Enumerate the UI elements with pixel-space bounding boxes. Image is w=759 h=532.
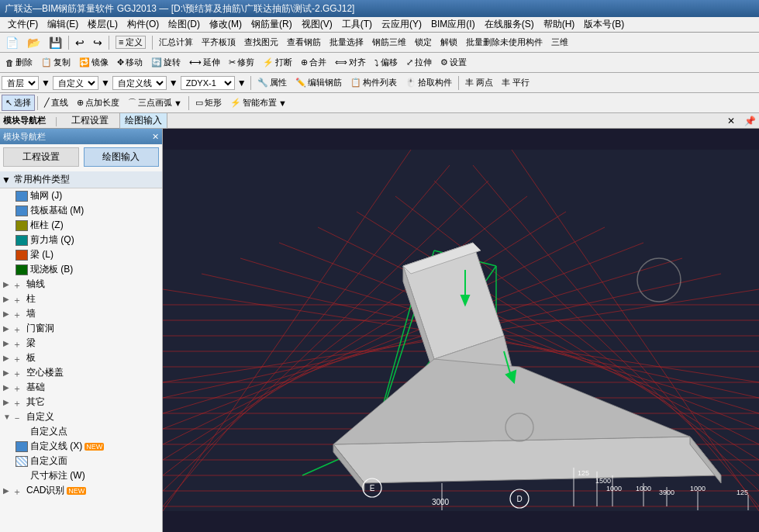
toolbar1-icon-btn[interactable]: ↪ [89, 34, 106, 51]
toolbar1-icon-btn[interactable]: 💾 [45, 34, 66, 51]
tree-icon-custom-line [16, 441, 28, 452]
menu-file[interactable]: 文件(F) [3, 17, 43, 32]
sidebar-item-axisline[interactable]: ▶＋轴线 [0, 277, 162, 292]
sidebar-item-door[interactable]: ▶＋门窗洞 [0, 321, 162, 336]
define-btn[interactable]: ≡ 定义 [112, 33, 150, 51]
sidebar-item-custom[interactable]: ▼－自定义 [0, 409, 162, 424]
point-length-btn[interactable]: ⊕ 点加长度 [73, 95, 123, 111]
delete-toolbar2-btn[interactable]: 🗑 删除 [2, 54, 36, 71]
tree-label-axis: 轴网 (J) [30, 189, 62, 202]
toolbar1-icon-btn[interactable]: 📂 [23, 34, 44, 51]
pick-component-btn[interactable]: 🖱️ 拾取构件 [402, 74, 456, 91]
toolbar1-icon-btn[interactable]: ↩ [71, 34, 88, 51]
menu-view[interactable]: 视图(V) [297, 17, 337, 32]
toolbar1-icon-btn[interactable]: 📄 [2, 34, 22, 51]
project-settings-btn[interactable]: 工程设置 [3, 147, 79, 167]
nav-close-btn[interactable]: ✕ [727, 116, 735, 126]
sidebar-item-dimension[interactable]: 尺寸标注 (W) [0, 468, 162, 483]
3d-view-btn[interactable]: 三维 [547, 34, 572, 50]
nav-project-settings[interactable]: 工程设置 [67, 113, 113, 128]
sidebar-item-raft[interactable]: 筏板基础 (M) [0, 203, 162, 218]
settings-toolbar2-btn[interactable]: ⚙ 设置 [436, 54, 471, 71]
sidebar-item-shear-wall[interactable]: 剪力墙 (Q) [0, 233, 162, 247]
sidebar-item-col2[interactable]: ▶＋柱 [0, 292, 162, 306]
parallel-btn[interactable]: 丰 平行 [498, 74, 533, 91]
sidebar-item-slab2[interactable]: ▶＋板 [0, 351, 162, 365]
align-btn[interactable]: 平齐板顶 [198, 34, 240, 50]
two-point-btn[interactable]: 丰 两点 [461, 74, 497, 91]
linetype-select[interactable]: 自定义线 [112, 76, 167, 90]
menu-cloud[interactable]: 云应用(Y) [377, 17, 426, 32]
sidebar-item-custom-point[interactable]: 自定义点 [0, 424, 162, 439]
sidebar-item-custom-line[interactable]: 自定义线 (X)NEW [0, 439, 162, 454]
copy-toolbar2-btn[interactable]: 📋 复制 [37, 54, 74, 71]
sidebar-item-cad[interactable]: ▶＋CAD识别NEW [0, 483, 162, 498]
nav-drawing-input[interactable]: 绘图输入 [119, 112, 167, 129]
unlock-btn[interactable]: 解锁 [436, 34, 461, 50]
sidebar-item-beam[interactable]: 梁 (L) [0, 247, 162, 262]
stretch-toolbar2-btn[interactable]: ⤢ 拉伸 [402, 54, 436, 71]
element-select[interactable]: ZDYX-1 [181, 76, 235, 90]
menu-component[interactable]: 构件(O) [122, 17, 164, 32]
batch-btn[interactable]: 批量选择 [326, 34, 367, 50]
sidebar-item-other[interactable]: ▶＋其它 [0, 395, 162, 409]
menu-bim[interactable]: BIM应用(I) [426, 17, 480, 32]
break-toolbar2-btn[interactable]: ⚡ 打断 [259, 54, 296, 71]
offset-toolbar2-btn[interactable]: ⤵ 偏移 [371, 54, 402, 71]
batch-delete-btn[interactable]: 批量删除未使用构件 [462, 34, 547, 50]
align2-toolbar2-btn[interactable]: ⟺ 对齐 [331, 54, 370, 71]
sidebar-item-column[interactable]: 框柱 (Z) [0, 218, 162, 233]
menu-draw[interactable]: 绘图(D) [164, 17, 205, 32]
extend-toolbar2-btn[interactable]: ⟷ 延伸 [185, 54, 224, 71]
component-list-btn[interactable]: 📋 构件列表 [347, 74, 401, 91]
line-draw-btn[interactable]: ╱ 直线 [40, 95, 72, 111]
menu-tools[interactable]: 工具(T) [337, 17, 377, 32]
tree-label-slab: 现浇板 (B) [30, 263, 73, 276]
sidebar-item-beam2[interactable]: ▶＋梁 [0, 336, 162, 351]
drawing-input-btn[interactable]: 绘图输入 [84, 147, 160, 167]
module-nav-title: 模块导航栏 [3, 115, 46, 126]
menu-modify[interactable]: 修改(M) [205, 17, 247, 32]
floor-select[interactable]: 首层 [2, 76, 39, 90]
menu-items: 文件(F)编辑(E)楼层(L)构件(O)绘图(D)修改(M)钢筋量(R)视图(V… [3, 17, 629, 32]
canvas-area[interactable]: 3000 E D 125 1500 1000 1000 3900 1000 12… [163, 129, 759, 532]
select-btn[interactable]: ↖ 选择 [2, 95, 35, 111]
mirror-toolbar2-btn[interactable]: 🔁 镜像 [75, 54, 112, 71]
move-toolbar2-btn[interactable]: ✥ 移动 [113, 54, 147, 71]
edit-rebar-btn[interactable]: ✏️ 编辑钢筋 [292, 74, 346, 91]
toolbar1-sep [68, 36, 69, 50]
sidebar-close[interactable]: ✕ [152, 132, 159, 142]
menu-help[interactable]: 帮助(H) [539, 17, 580, 32]
title-bar: 广联达—BIM钢筋算量软件 GGJ2013 — [D:\预结算及抽筋\广联达抽筋… [0, 0, 759, 17]
find-btn[interactable]: 查找图元 [240, 34, 282, 50]
three-point-arc-btn[interactable]: ⌒ 三点画弧 ▼ [124, 95, 186, 111]
rotate-toolbar2-btn[interactable]: 🔄 旋转 [147, 54, 185, 71]
sidebar-item-slab[interactable]: 现浇板 (B) [0, 262, 162, 277]
calc-btn[interactable]: 汇总计算 [155, 34, 197, 50]
sidebar-item-custom-face[interactable]: 自定义面 [0, 454, 162, 468]
lock-btn[interactable]: 锁定 [411, 34, 436, 50]
tree-label-wall2: 墙 [26, 307, 36, 320]
define-select[interactable]: 自定义 [53, 76, 98, 90]
merge-toolbar2-btn[interactable]: ⊕ 合并 [297, 54, 330, 71]
nav-pin-btn[interactable]: 📌 [744, 116, 756, 126]
property-btn[interactable]: 🔧 属性 [254, 74, 291, 91]
trim-toolbar2-btn[interactable]: ✂ 修剪 [225, 54, 258, 71]
sidebar-item-foundation[interactable]: ▶＋基础 [0, 380, 162, 395]
menu-edit[interactable]: 编辑(E) [43, 17, 83, 32]
svg-text:3000: 3000 [432, 498, 450, 506]
smart-layout-btn[interactable]: ⚡ 智能布置 ▼ [226, 95, 291, 111]
sidebar-item-axis[interactable]: 轴网 (J) [0, 188, 162, 203]
toolbar2: 🗑 删除📋 复制🔁 镜像✥ 移动🔄 旋转⟷ 延伸✂ 修剪⚡ 打断⊕ 合并⟺ 对齐… [0, 53, 759, 73]
view-rebar-btn[interactable]: 查看钢筋 [283, 34, 325, 50]
menu-floor[interactable]: 楼层(L) [83, 17, 122, 32]
3d-btn[interactable]: 钢筋三维 [368, 34, 410, 50]
sidebar-item-hollow[interactable]: ▶＋空心楼盖 [0, 365, 162, 380]
menu-version[interactable]: 版本号(B) [579, 17, 629, 32]
menu-rebar[interactable]: 钢筋量(R) [247, 17, 297, 32]
tree-arrow-slab2: ▶ [3, 354, 12, 362]
sidebar-item-wall2[interactable]: ▶＋墙 [0, 306, 162, 321]
tree-label-col2: 柱 [26, 292, 36, 306]
rect-btn[interactable]: ▭ 矩形 [191, 95, 226, 111]
menu-online[interactable]: 在线服务(S) [480, 17, 539, 32]
